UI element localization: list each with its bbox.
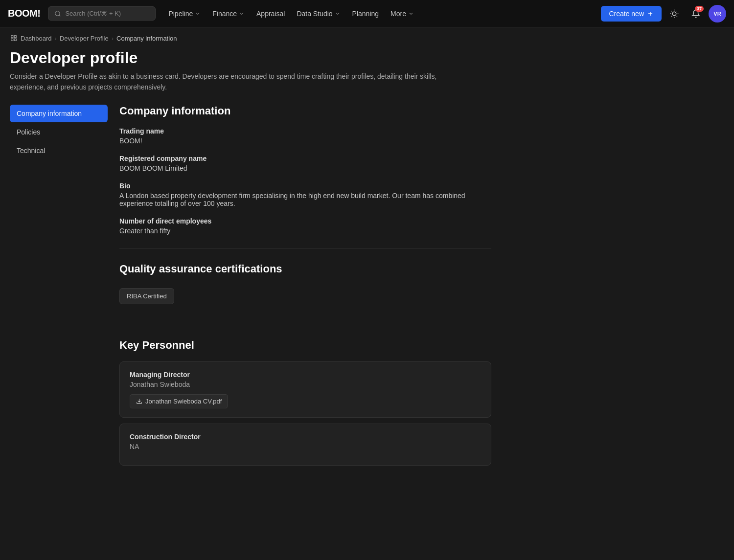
- certifications-container: RIBA Certified: [119, 285, 491, 311]
- nav-pipeline[interactable]: Pipeline: [163, 7, 206, 21]
- plus-icon: [647, 10, 654, 17]
- svg-line-7: [671, 11, 672, 11]
- svg-line-8: [677, 16, 677, 16]
- managing-director-name: Jonathan Swieboda: [130, 381, 481, 388]
- sidebar-item-technical[interactable]: Technical: [10, 142, 108, 159]
- trading-name-value: BOOM!: [119, 137, 491, 145]
- svg-point-0: [55, 11, 60, 15]
- avatar[interactable]: VR: [709, 5, 726, 22]
- employees-label: Number of direct employees: [119, 217, 491, 225]
- svg-line-12: [677, 11, 677, 11]
- nav-menu: Pipeline Finance Appraisal Data Studio P…: [163, 7, 419, 21]
- breadcrumb-separator: ›: [112, 35, 114, 42]
- svg-rect-15: [11, 39, 13, 41]
- breadcrumb-developer-profile[interactable]: Developer Profile: [60, 35, 109, 42]
- bio-label: Bio: [119, 182, 491, 190]
- app-logo[interactable]: BOOM!: [8, 8, 40, 19]
- quality-assurance-title: Quality assurance certifications: [119, 263, 491, 275]
- svg-line-1: [59, 15, 61, 16]
- company-information-title: Company information: [119, 105, 491, 117]
- breadcrumb-dashboard[interactable]: Dashboard: [21, 35, 52, 42]
- chevron-down-icon: [335, 11, 341, 17]
- cv-filename: Jonathan Swieboda CV.pdf: [145, 398, 222, 405]
- navbar-actions: Create new 37 VR: [601, 5, 726, 22]
- notification-count: 37: [695, 6, 704, 12]
- breadcrumb: Dashboard › Developer Profile › Company …: [0, 27, 734, 49]
- construction-director-name: NA: [130, 443, 481, 450]
- page-title: Developer profile: [10, 49, 724, 67]
- notifications-button[interactable]: 37: [687, 5, 705, 22]
- registered-name-value: BOOM BOOM Limited: [119, 164, 491, 172]
- page-description: Consider a Developer Profile as akin to …: [10, 71, 450, 93]
- cert-riba: RIBA Certified: [119, 288, 174, 304]
- key-personnel-title: Key Personnel: [119, 339, 491, 352]
- personnel-card-managing-director: Managing Director Jonathan Swieboda Jona…: [119, 361, 491, 418]
- dashboard-icon: [10, 34, 18, 42]
- personnel-card-construction-director: Construction Director NA: [119, 424, 491, 466]
- sidebar-item-policies[interactable]: Policies: [10, 123, 108, 141]
- section-divider: [119, 248, 491, 249]
- sidebar: Company information Policies Technical: [10, 105, 108, 471]
- search-bar[interactable]: Search (Ctrl/⌘ + K): [48, 6, 156, 21]
- svg-rect-14: [14, 36, 16, 38]
- section-divider-2: [119, 325, 491, 325]
- page-container: Developer profile Consider a Developer P…: [0, 49, 734, 491]
- chevron-down-icon: [408, 11, 414, 17]
- svg-point-4: [672, 12, 676, 16]
- search-placeholder: Search (Ctrl/⌘ + K): [65, 10, 121, 17]
- nav-planning[interactable]: Planning: [347, 7, 384, 21]
- svg-line-11: [671, 16, 672, 16]
- main-layout: Company information Policies Technical C…: [10, 105, 724, 471]
- chevron-down-icon: [239, 11, 245, 17]
- search-icon: [54, 10, 61, 17]
- svg-rect-16: [14, 39, 16, 41]
- bio-value: A London based property development firm…: [119, 192, 491, 207]
- download-icon: [136, 398, 142, 404]
- registered-name-label: Registered company name: [119, 155, 491, 162]
- sidebar-item-company-information[interactable]: Company information: [10, 105, 108, 122]
- create-new-button[interactable]: Create new: [601, 6, 662, 22]
- content-area: Company information Trading name BOOM! R…: [119, 105, 491, 471]
- breadcrumb-separator: ›: [55, 35, 57, 42]
- trading-name-label: Trading name: [119, 127, 491, 135]
- cv-download-button[interactable]: Jonathan Swieboda CV.pdf: [130, 394, 228, 408]
- nav-finance[interactable]: Finance: [207, 7, 250, 21]
- theme-toggle-button[interactable]: [665, 5, 683, 22]
- svg-rect-13: [11, 36, 13, 38]
- employees-value: Greater than fifty: [119, 227, 491, 235]
- nav-more[interactable]: More: [386, 7, 419, 21]
- construction-director-role: Construction Director: [130, 433, 481, 441]
- sun-icon: [670, 9, 679, 18]
- nav-data-studio[interactable]: Data Studio: [292, 7, 345, 21]
- navbar: BOOM! Search (Ctrl/⌘ + K) Pipeline Finan…: [0, 0, 734, 27]
- managing-director-role: Managing Director: [130, 371, 481, 379]
- nav-appraisal[interactable]: Appraisal: [252, 7, 290, 21]
- chevron-down-icon: [195, 11, 201, 17]
- breadcrumb-company-information: Company information: [116, 35, 177, 42]
